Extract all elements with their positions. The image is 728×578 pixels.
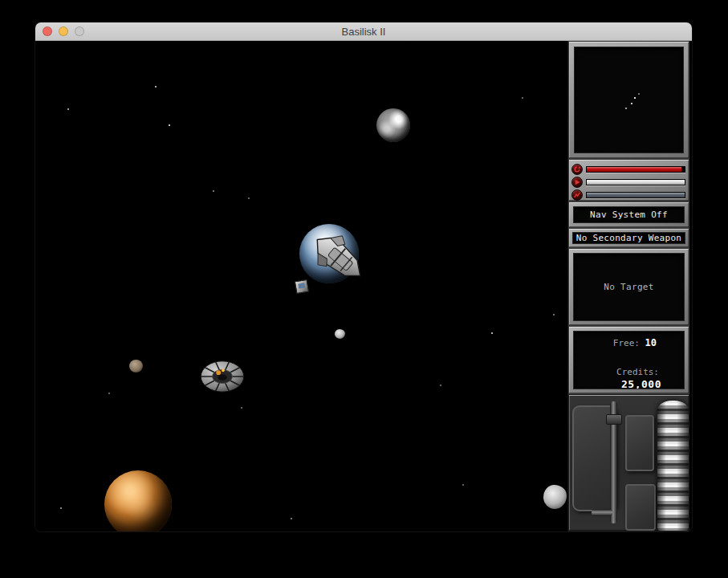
star — [155, 86, 157, 88]
secondary-weapon-panel: No Secondary Weapon — [568, 228, 689, 248]
star — [241, 407, 242, 409]
radar-contact — [638, 93, 640, 95]
fuel-icon[interactable] — [571, 189, 583, 201]
cargo-credits-screen: Free: 10 Credits: 25,000 — [573, 331, 685, 389]
hull-plate-lower — [625, 484, 656, 531]
cargo-box[interactable] — [295, 279, 310, 295]
radar-screen — [574, 47, 684, 153]
player-ship[interactable] — [304, 231, 373, 284]
game-screen: Nav System Off No Secondary Weapon No Ta… — [35, 41, 692, 531]
shield-bar-row — [571, 163, 685, 176]
cargo-free-value: 10 — [645, 337, 657, 348]
star — [67, 108, 69, 110]
star — [213, 190, 214, 192]
desktop: Basilisk II — [0, 0, 728, 578]
star — [440, 385, 441, 386]
station[interactable] — [199, 359, 246, 394]
hull-texture — [568, 394, 689, 531]
star — [522, 97, 523, 99]
radar-panel — [568, 41, 689, 159]
target-panel: No Target — [568, 248, 689, 326]
nav-status-screen: Nav System Off — [573, 206, 685, 223]
secondary-weapon-text: No Secondary Weapon — [576, 233, 682, 243]
asteroid-small[interactable] — [335, 329, 345, 339]
target-status-text: No Target — [604, 282, 653, 292]
armor-bar — [586, 179, 685, 185]
cargo-free-line: Free: 10 — [613, 337, 657, 348]
zoom-button[interactable] — [75, 26, 84, 36]
hull-pipe-elbow — [606, 414, 622, 425]
minimize-button[interactable] — [59, 26, 68, 36]
armor-bar-row — [571, 176, 685, 189]
armor-icon[interactable] — [571, 177, 583, 188]
asteroid-edge[interactable] — [543, 485, 567, 509]
shield-recharge-icon[interactable] — [571, 164, 583, 175]
star — [248, 197, 250, 199]
moon-gray[interactable] — [376, 108, 410, 142]
planet-orange[interactable] — [104, 470, 172, 531]
window-title: Basilisk II — [342, 26, 386, 38]
star — [553, 314, 555, 315]
moon-brown[interactable] — [129, 360, 143, 372]
hud-sidebar: Nav System Off No Secondary Weapon No Ta… — [567, 41, 689, 531]
nav-status-text: Nav System Off — [590, 210, 668, 220]
nav-status-panel: Nav System Off — [568, 201, 689, 228]
star — [291, 518, 292, 519]
secondary-weapon-screen: No Secondary Weapon — [572, 232, 685, 244]
bar-fill-shield — [587, 167, 681, 172]
space-viewport[interactable] — [35, 41, 567, 531]
traffic-lights — [43, 26, 84, 36]
shield-bar — [586, 166, 685, 173]
hull-pipe-horizontal — [592, 509, 612, 516]
fuel-bar-row — [571, 189, 685, 201]
fuel-bar — [586, 192, 685, 198]
star — [491, 332, 493, 334]
target-screen: No Target — [573, 253, 685, 321]
radar-contact — [634, 97, 636, 99]
star — [60, 507, 62, 509]
hull-ribbed-cylinder — [657, 401, 689, 531]
status-bars-panel — [568, 159, 689, 201]
credits-label: Credits: — [616, 367, 659, 377]
basilisk-window: Basilisk II — [35, 22, 692, 531]
cargo-free-label: Free: — [613, 338, 640, 348]
titlebar[interactable]: Basilisk II — [35, 22, 692, 41]
radar-contact — [625, 108, 627, 109]
credits-value: 25,000 — [621, 378, 661, 389]
cargo-credits-panel: Free: 10 Credits: 25,000 — [568, 326, 689, 394]
radar-contact — [631, 103, 632, 104]
hull-plate-upper — [625, 415, 654, 471]
star — [462, 484, 464, 486]
star — [169, 124, 170, 126]
star — [108, 393, 110, 394]
close-button[interactable] — [43, 26, 52, 36]
bar-fill-armor — [587, 180, 685, 185]
bar-fill-fuel — [587, 193, 685, 197]
